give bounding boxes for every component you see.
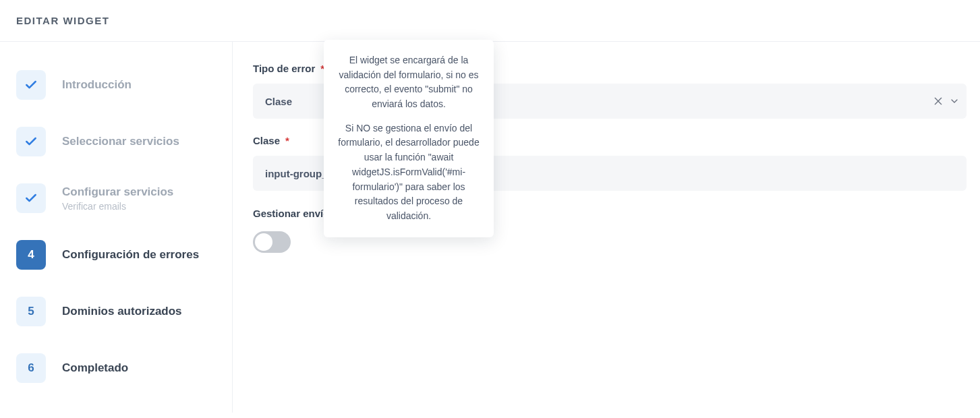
- chevron-down-icon[interactable]: [949, 96, 960, 107]
- step-authorized-domains[interactable]: 5 Dominios autorizados: [16, 289, 219, 334]
- step-number: 5: [16, 297, 46, 326]
- step-configure-services[interactable]: Configurar servicios Verificar emails: [16, 175, 219, 221]
- tooltip-paragraph: Si NO se gestiona el envío del formulari…: [335, 121, 483, 224]
- manage-submit-toggle[interactable]: [253, 231, 291, 253]
- check-icon: [16, 183, 46, 213]
- step-number: 4: [16, 240, 46, 270]
- step-select-services[interactable]: Seleccionar servicios: [16, 119, 219, 165]
- tooltip-paragraph: El widget se encargará de la validación …: [335, 53, 483, 112]
- page-header: EDITAR WIDGET: [0, 0, 980, 42]
- check-icon: [16, 70, 46, 100]
- step-label: Configurar servicios: [62, 185, 173, 199]
- form-panel: El widget se encargará de la validación …: [233, 42, 980, 413]
- step-sublabel: Verificar emails: [62, 201, 173, 212]
- check-icon: [16, 127, 46, 156]
- select-value: Clase: [265, 96, 292, 107]
- page-title: EDITAR WIDGET: [16, 15, 964, 26]
- step-label: Configuración de errores: [62, 247, 199, 262]
- toggle-knob: [255, 233, 272, 251]
- help-tooltip: El widget se encargará de la validación …: [324, 40, 494, 237]
- step-label: Seleccionar servicios: [62, 134, 179, 148]
- step-error-configuration[interactable]: 4 Configuración de errores: [16, 232, 219, 278]
- field-label-text: Clase: [253, 135, 280, 146]
- step-number: 6: [16, 353, 46, 383]
- step-introduction[interactable]: Introducción: [16, 62, 219, 108]
- clear-icon[interactable]: [933, 96, 944, 107]
- required-marker: *: [285, 135, 289, 146]
- field-label-text: Tipo de error: [253, 63, 315, 74]
- step-label: Introducción: [62, 78, 132, 92]
- page-body: Introducción Seleccionar servicios Confi…: [0, 42, 980, 413]
- step-label: Completado: [62, 361, 128, 375]
- wizard-sidebar: Introducción Seleccionar servicios Confi…: [0, 42, 233, 413]
- step-completed[interactable]: 6 Completado: [16, 345, 219, 391]
- step-label: Dominios autorizados: [62, 304, 182, 318]
